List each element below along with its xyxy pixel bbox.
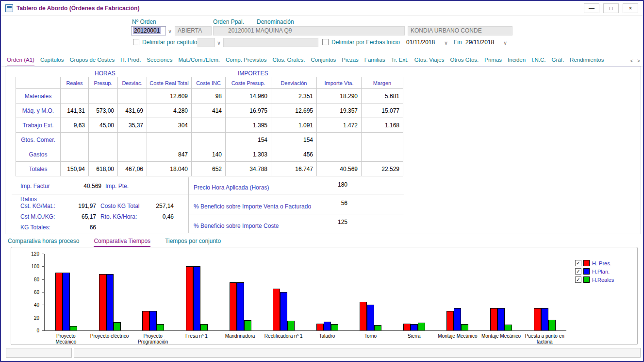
tab-14[interactable]: Primas: [484, 54, 502, 66]
tab-8[interactable]: Conjuntos: [311, 54, 336, 66]
chevron-down-icon[interactable]: ∨: [168, 29, 172, 34]
subtab-1[interactable]: Comparativa Tiempos: [94, 238, 150, 247]
close-icon[interactable]: ×: [623, 3, 638, 13]
legend-checkbox[interactable]: ✓: [575, 260, 581, 266]
chart-plot: [44, 254, 566, 331]
cst-mo-kg-label: Cst M.O./KG:: [20, 213, 55, 220]
rto-kg-hora-label: Rto. KG/Hora:: [100, 213, 137, 220]
subtab-2[interactable]: Tiempos por conjunto: [165, 238, 221, 247]
delimitar-capitulo-checkbox[interactable]: [133, 39, 139, 45]
tab-10[interactable]: Familias: [364, 54, 385, 66]
bar: [490, 308, 497, 330]
chevron-down-icon[interactable]: ∨: [217, 40, 221, 46]
tab-scroll-left-icon[interactable]: <: [630, 58, 633, 64]
bar: [106, 274, 114, 330]
table-cell: [362, 147, 403, 162]
x-axis-label: Mandrinadora: [218, 333, 262, 345]
tab-1[interactable]: Capítulos: [40, 54, 64, 66]
cliente-field: KONDIA URBANO CONDE: [408, 26, 512, 35]
column-header: Presup.: [89, 77, 118, 89]
legend-swatch-icon: [583, 260, 590, 266]
tab-0[interactable]: Orden (A1): [7, 54, 34, 67]
bar-group: [45, 254, 88, 330]
tab-3[interactable]: H. Prod.: [120, 54, 141, 66]
subtab-0[interactable]: Comparativa horas proceso: [8, 238, 79, 247]
x-axis-label: Proyecto eléctrico: [88, 333, 132, 345]
tab-9[interactable]: Piezas: [342, 54, 359, 66]
table-cell: 5.681: [362, 89, 403, 103]
table-cell: 304: [147, 118, 192, 133]
row-label: Gastos: [16, 147, 61, 162]
table-cell: 98: [192, 89, 226, 103]
delimitar-fechas-checkbox[interactable]: [322, 39, 329, 45]
table-cell: 2.351: [271, 89, 317, 103]
column-header: Coste Presup.: [226, 77, 271, 89]
legend-checkbox[interactable]: ✓: [575, 276, 581, 283]
chevron-down-icon[interactable]: ∨: [444, 40, 448, 46]
column-header: Desviac.: [118, 77, 147, 89]
table-cell: 22.529: [362, 162, 403, 176]
bar: [374, 325, 381, 330]
bar: [454, 308, 461, 330]
fin-label: Fin: [454, 39, 462, 46]
tab-13[interactable]: Otros Gtos.: [450, 54, 479, 66]
table-cell: 18.290: [317, 89, 362, 103]
table-cell: 16.747: [271, 162, 317, 176]
chevron-down-icon[interactable]: ∨: [503, 40, 507, 46]
y-axis-label: 100: [31, 264, 39, 269]
table-cell: [362, 133, 403, 147]
bar: [411, 324, 418, 330]
status-bar: [74, 348, 641, 358]
bar: [70, 326, 77, 330]
maximize-icon[interactable]: □: [603, 3, 619, 13]
bar-group: [175, 254, 219, 330]
y-axis-label: 120: [31, 251, 39, 257]
table-cell: 12.609: [147, 89, 192, 103]
tab-5[interactable]: Mat./Com./Elem.: [178, 54, 220, 66]
minimize-icon[interactable]: —: [584, 3, 599, 13]
tab-7[interactable]: Ctos. Grales.: [272, 54, 305, 66]
chart-subtabs: Comparativa horas procesoComparativa Tie…: [8, 238, 221, 247]
table-cell: 847: [147, 147, 192, 162]
capitulo-combo[interactable]: [198, 38, 215, 47]
costo-kg-total-label: Costo KG Total: [100, 203, 139, 209]
analysis-table-body: RealesPresup.Desviac.Coste Real TotalCos…: [16, 77, 403, 176]
table-cell: 1.472: [317, 118, 362, 133]
inicio-date-field[interactable]: 01/11/2018: [406, 39, 435, 46]
table-cell: 45,00: [89, 118, 118, 133]
table-cell: 1.168: [362, 118, 403, 133]
table-cell: 4.280: [147, 103, 192, 118]
fin-date-field[interactable]: 29/11/2018: [465, 39, 494, 46]
table-cell: [61, 133, 89, 147]
bar: [237, 282, 244, 330]
bar: [244, 320, 251, 330]
table-cell: [118, 147, 147, 162]
precio-hora-label: Precio Hora Aplicada (Horas): [194, 184, 269, 191]
table-row: Totales150,94618,00467,0618.04065234.788…: [16, 162, 403, 176]
tab-11[interactable]: Tr. Ext.: [391, 54, 409, 66]
table-cell: 1.395: [226, 118, 271, 133]
tab-16[interactable]: I.N.C.: [531, 54, 545, 66]
divider: [404, 177, 404, 233]
tab-18[interactable]: Rendimientos: [570, 54, 604, 66]
tab-4[interactable]: Secciones: [147, 54, 172, 66]
tab-17[interactable]: Gráf.: [552, 54, 564, 66]
bar: [461, 324, 468, 330]
tab-6[interactable]: Comp. Previstos: [226, 54, 266, 66]
table-cell: [317, 133, 362, 147]
denominacion-label: Denominación: [257, 18, 294, 25]
legend-checkbox[interactable]: ✓: [575, 268, 581, 275]
tab-15[interactable]: Inciden: [508, 54, 526, 66]
tab-scroll-right-icon[interactable]: >: [637, 58, 640, 64]
bar: [287, 321, 295, 330]
tab-2[interactable]: Grupos de Costes: [69, 54, 115, 66]
num-orden-combo[interactable]: 20120001: [131, 26, 166, 35]
y-axis-label: 80: [34, 277, 39, 282]
bar: [403, 324, 411, 330]
imp-factur-label: Imp. Factur: [20, 183, 50, 190]
tab-12[interactable]: Gtos. Viajes: [414, 54, 445, 66]
table-cell: 16.975: [226, 103, 271, 118]
corner-cell: [16, 77, 61, 89]
inicio-label: Inicio: [386, 39, 400, 46]
column-header: Importe Vta.: [317, 77, 362, 89]
